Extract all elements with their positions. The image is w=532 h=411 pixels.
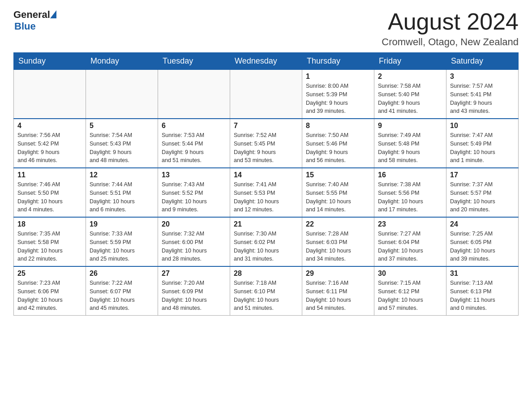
day-number: 16 — [378, 171, 442, 179]
calendar-table: SundayMondayTuesdayWednesdayThursdayFrid… — [13, 52, 519, 316]
day-info: Sunrise: 7:54 AMSunset: 5:43 PMDaylight:… — [90, 131, 154, 165]
day-number: 2 — [378, 73, 442, 81]
day-info: Sunrise: 7:41 AMSunset: 5:53 PMDaylight:… — [234, 180, 298, 214]
day-number: 1 — [306, 73, 370, 81]
day-number: 12 — [90, 171, 154, 179]
calendar-cell: 19Sunrise: 7:33 AMSunset: 5:59 PMDayligh… — [86, 217, 158, 266]
day-info: Sunrise: 7:50 AMSunset: 5:46 PMDaylight:… — [306, 131, 370, 165]
day-info: Sunrise: 7:43 AMSunset: 5:52 PMDaylight:… — [162, 180, 226, 214]
day-info: Sunrise: 7:47 AMSunset: 5:49 PMDaylight:… — [450, 131, 515, 165]
week-row-4: 18Sunrise: 7:35 AMSunset: 5:58 PMDayligh… — [14, 217, 519, 266]
day-number: 13 — [162, 171, 226, 179]
week-row-5: 25Sunrise: 7:23 AMSunset: 6:06 PMDayligh… — [14, 266, 519, 316]
day-info: Sunrise: 7:13 AMSunset: 6:13 PMDaylight:… — [450, 279, 515, 313]
calendar-cell: 8Sunrise: 7:50 AMSunset: 5:46 PMDaylight… — [302, 119, 374, 168]
logo-blue-text: Blue — [14, 21, 36, 32]
day-number: 15 — [306, 171, 370, 179]
calendar-cell: 9Sunrise: 7:49 AMSunset: 5:48 PMDaylight… — [374, 119, 446, 168]
weekday-header-row: SundayMondayTuesdayWednesdayThursdayFrid… — [14, 53, 519, 70]
calendar-cell: 6Sunrise: 7:53 AMSunset: 5:44 PMDaylight… — [158, 119, 230, 168]
day-number: 6 — [162, 122, 226, 130]
calendar-cell: 1Sunrise: 8:00 AMSunset: 5:39 PMDaylight… — [302, 70, 374, 119]
day-info: Sunrise: 7:37 AMSunset: 5:57 PMDaylight:… — [450, 180, 515, 214]
calendar-cell — [86, 70, 158, 119]
calendar-cell: 31Sunrise: 7:13 AMSunset: 6:13 PMDayligh… — [446, 266, 519, 316]
day-info: Sunrise: 7:27 AMSunset: 6:04 PMDaylight:… — [378, 230, 442, 263]
week-row-3: 11Sunrise: 7:46 AMSunset: 5:50 PMDayligh… — [14, 168, 519, 217]
calendar-cell: 25Sunrise: 7:23 AMSunset: 6:06 PMDayligh… — [14, 266, 86, 316]
day-info: Sunrise: 7:20 AMSunset: 6:09 PMDaylight:… — [162, 279, 226, 313]
calendar-cell: 22Sunrise: 7:28 AMSunset: 6:03 PMDayligh… — [302, 217, 374, 266]
calendar-cell: 26Sunrise: 7:22 AMSunset: 6:07 PMDayligh… — [86, 266, 158, 316]
calendar-cell: 29Sunrise: 7:16 AMSunset: 6:11 PMDayligh… — [302, 266, 374, 316]
calendar-cell: 20Sunrise: 7:32 AMSunset: 6:00 PMDayligh… — [158, 217, 230, 266]
day-number: 11 — [17, 171, 82, 179]
calendar-cell: 3Sunrise: 7:57 AMSunset: 5:41 PMDaylight… — [446, 70, 519, 119]
calendar-cell: 17Sunrise: 7:37 AMSunset: 5:57 PMDayligh… — [446, 168, 519, 217]
calendar-cell: 11Sunrise: 7:46 AMSunset: 5:50 PMDayligh… — [14, 168, 86, 217]
day-number: 23 — [378, 220, 442, 228]
day-info: Sunrise: 7:58 AMSunset: 5:40 PMDaylight:… — [378, 82, 442, 116]
calendar-cell: 4Sunrise: 7:56 AMSunset: 5:42 PMDaylight… — [14, 119, 86, 168]
day-info: Sunrise: 7:18 AMSunset: 6:10 PMDaylight:… — [234, 279, 298, 313]
page-header: General Blue August 2024 Cromwell, Otago… — [13, 9, 519, 48]
day-number: 14 — [234, 171, 298, 179]
day-info: Sunrise: 7:15 AMSunset: 6:12 PMDaylight:… — [378, 279, 442, 313]
day-number: 7 — [234, 122, 298, 130]
calendar-cell: 27Sunrise: 7:20 AMSunset: 6:09 PMDayligh… — [158, 266, 230, 316]
day-info: Sunrise: 7:30 AMSunset: 6:02 PMDaylight:… — [234, 230, 298, 263]
day-info: Sunrise: 7:38 AMSunset: 5:56 PMDaylight:… — [378, 180, 442, 214]
day-info: Sunrise: 7:49 AMSunset: 5:48 PMDaylight:… — [378, 131, 442, 165]
day-info: Sunrise: 7:57 AMSunset: 5:41 PMDaylight:… — [450, 82, 515, 116]
day-info: Sunrise: 7:32 AMSunset: 6:00 PMDaylight:… — [162, 230, 226, 263]
day-number: 27 — [162, 270, 226, 278]
calendar-cell — [14, 70, 86, 119]
day-info: Sunrise: 7:22 AMSunset: 6:07 PMDaylight:… — [90, 279, 154, 313]
weekday-header-monday: Monday — [86, 53, 158, 70]
calendar-cell: 28Sunrise: 7:18 AMSunset: 6:10 PMDayligh… — [230, 266, 302, 316]
calendar-cell: 10Sunrise: 7:47 AMSunset: 5:49 PMDayligh… — [446, 119, 519, 168]
day-number: 24 — [450, 220, 515, 228]
day-number: 10 — [450, 122, 515, 130]
day-number: 20 — [162, 220, 226, 228]
calendar-cell — [158, 70, 230, 119]
day-number: 21 — [234, 220, 298, 228]
calendar-cell: 5Sunrise: 7:54 AMSunset: 5:43 PMDaylight… — [86, 119, 158, 168]
week-row-1: 1Sunrise: 8:00 AMSunset: 5:39 PMDaylight… — [14, 70, 519, 119]
weekday-header-friday: Friday — [374, 53, 446, 70]
title-section: August 2024 Cromwell, Otago, New Zealand — [382, 9, 519, 48]
day-info: Sunrise: 7:23 AMSunset: 6:06 PMDaylight:… — [17, 279, 82, 313]
day-number: 22 — [306, 220, 370, 228]
day-number: 29 — [306, 270, 370, 278]
day-info: Sunrise: 7:35 AMSunset: 5:58 PMDaylight:… — [17, 230, 82, 263]
day-number: 18 — [17, 220, 82, 228]
day-number: 8 — [306, 122, 370, 130]
day-number: 9 — [378, 122, 442, 130]
calendar-cell: 30Sunrise: 7:15 AMSunset: 6:12 PMDayligh… — [374, 266, 446, 316]
day-info: Sunrise: 7:44 AMSunset: 5:51 PMDaylight:… — [90, 180, 154, 214]
calendar-cell: 16Sunrise: 7:38 AMSunset: 5:56 PMDayligh… — [374, 168, 446, 217]
day-info: Sunrise: 7:46 AMSunset: 5:50 PMDaylight:… — [17, 180, 82, 214]
weekday-header-thursday: Thursday — [302, 53, 374, 70]
day-info: Sunrise: 7:28 AMSunset: 6:03 PMDaylight:… — [306, 230, 370, 263]
day-info: Sunrise: 7:56 AMSunset: 5:42 PMDaylight:… — [17, 131, 82, 165]
day-info: Sunrise: 7:40 AMSunset: 5:55 PMDaylight:… — [306, 180, 370, 214]
day-info: Sunrise: 7:53 AMSunset: 5:44 PMDaylight:… — [162, 131, 226, 165]
calendar-cell: 12Sunrise: 7:44 AMSunset: 5:51 PMDayligh… — [86, 168, 158, 217]
month-title: August 2024 — [382, 9, 519, 34]
calendar-cell: 21Sunrise: 7:30 AMSunset: 6:02 PMDayligh… — [230, 217, 302, 266]
week-row-2: 4Sunrise: 7:56 AMSunset: 5:42 PMDaylight… — [14, 119, 519, 168]
calendar-cell: 23Sunrise: 7:27 AMSunset: 6:04 PMDayligh… — [374, 217, 446, 266]
calendar-cell: 14Sunrise: 7:41 AMSunset: 5:53 PMDayligh… — [230, 168, 302, 217]
day-number: 5 — [90, 122, 154, 130]
day-number: 28 — [234, 270, 298, 278]
day-number: 3 — [450, 73, 515, 81]
logo: General Blue — [13, 9, 56, 32]
day-info: Sunrise: 7:16 AMSunset: 6:11 PMDaylight:… — [306, 279, 370, 313]
day-info: Sunrise: 7:52 AMSunset: 5:45 PMDaylight:… — [234, 131, 298, 165]
calendar-cell: 24Sunrise: 7:25 AMSunset: 6:05 PMDayligh… — [446, 217, 519, 266]
day-number: 4 — [17, 122, 82, 130]
calendar-cell: 7Sunrise: 7:52 AMSunset: 5:45 PMDaylight… — [230, 119, 302, 168]
weekday-header-saturday: Saturday — [446, 53, 519, 70]
day-number: 26 — [90, 270, 154, 278]
